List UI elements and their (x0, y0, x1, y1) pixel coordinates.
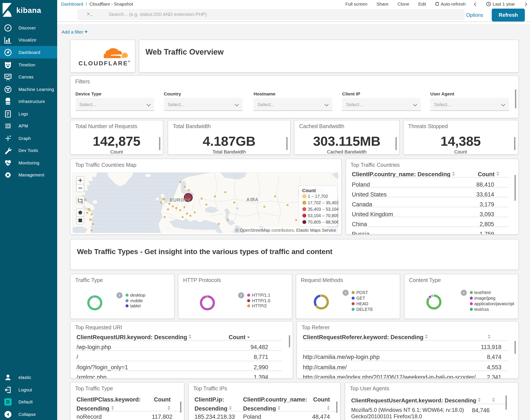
svg-text:ASIA: ASIA (246, 197, 259, 202)
svg-text:Count: Count (302, 188, 316, 193)
svg-text:1 – 17,702: 1 – 17,702 (308, 194, 328, 198)
svg-text:35,403 – 53,104: 35,403 – 53,104 (308, 207, 338, 211)
svg-text:EUROPE: EUROPE (170, 197, 191, 202)
svg-text:17,702 – 35,403: 17,702 – 35,403 (308, 200, 338, 205)
svg-text:53,104 – 70,805: 53,104 – 70,805 (308, 213, 338, 218)
svg-text:© OpenStreetMap contributors,: © OpenStreetMap contributors, Elastic Ma… (236, 228, 336, 232)
svg-text:70,805 – 88,506: 70,805 – 88,506 (308, 219, 338, 224)
